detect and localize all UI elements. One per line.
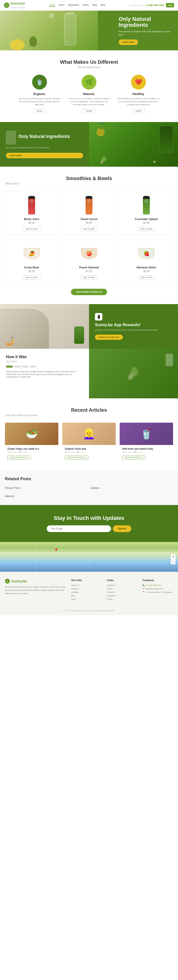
footer: w SunnyJar Striving to bring you the bes… bbox=[0, 572, 178, 616]
article-fresh-likes: ❤ 1 bbox=[139, 451, 142, 453]
nav-right: Get Direction to +1 646 448 7978 Cart bbox=[129, 3, 174, 8]
phone-number[interactable]: +1 646 448 7978 bbox=[145, 4, 164, 7]
product-cucumber-splash: Cucumber Splash $4.99 ADD TO CART bbox=[120, 191, 173, 235]
fruity-add-to-cart-button[interactable]: ADD TO CART bbox=[23, 275, 40, 280]
footer-twitter-link[interactable]: Twitter bbox=[107, 588, 137, 590]
related-masonry[interactable]: Masonry bbox=[5, 493, 88, 499]
footer-instagram-link[interactable]: Instagram bbox=[107, 595, 137, 597]
nav-links: Home About Experience Drinks Blog Shop bbox=[49, 4, 105, 7]
footer-address-text: 720 Sunrise Ave, Los Angeles bbox=[146, 591, 172, 593]
beety-add-to-cart-button[interactable]: ADD TO CART bbox=[23, 227, 40, 231]
map-road-4 bbox=[89, 542, 89, 572]
beety-price: $5.99 bbox=[8, 221, 55, 224]
nav-experience[interactable]: Experience bbox=[68, 4, 79, 7]
footer-updates-link[interactable]: Updates bbox=[71, 591, 102, 593]
green-banner-cta-button[interactable]: SHOP NOW bbox=[6, 153, 83, 158]
footer-main: w SunnyJar Striving to bring you the bes… bbox=[5, 579, 173, 601]
green-banner-content: Only Natural Ingredients We Use Best Qua… bbox=[0, 122, 89, 167]
footer-logo: w SunnyJar bbox=[5, 579, 66, 584]
how-title: How It Was bbox=[6, 355, 83, 359]
timeline-dot-3[interactable] bbox=[22, 366, 29, 368]
app-icon-row: 📱 bbox=[95, 313, 172, 320]
footer-about-us-link[interactable]: About Us bbox=[71, 584, 102, 586]
footer-facebook-link[interactable]: Facebook bbox=[107, 584, 137, 586]
products-subtitle: What's New? bbox=[5, 182, 173, 185]
article-organic-date: May 1, 2017 bbox=[65, 451, 74, 453]
pineapple-icon: 🍍 bbox=[91, 122, 111, 138]
footer-vimeo-link[interactable]: Vimeo bbox=[107, 598, 137, 600]
map-zoom-out-button[interactable]: − bbox=[171, 559, 175, 564]
related-cobbies[interactable]: Cobbies bbox=[90, 485, 173, 491]
newsletter-email-input[interactable] bbox=[47, 525, 111, 532]
nav-home[interactable]: Home bbox=[49, 4, 55, 7]
app-photo: 🤳 bbox=[0, 304, 89, 349]
hero-background bbox=[0, 11, 98, 50]
footer-faqs-link[interactable]: FAQs bbox=[71, 598, 102, 600]
footer-pinterest-link[interactable]: Pinterest bbox=[107, 591, 137, 593]
view-more-button[interactable]: VIEW MORE PRODUCTS bbox=[71, 289, 107, 295]
bubble-decor bbox=[49, 13, 54, 18]
footer-logo-text: SunnyJar bbox=[11, 579, 27, 583]
related-privacy-policy[interactable]: Privacy Policy bbox=[5, 485, 88, 491]
footer-copyright: © 2017. All rights reserved. SunnyJar. P… bbox=[5, 606, 173, 611]
newsletter-submit-button[interactable]: Submit bbox=[113, 525, 131, 532]
beety-bottle bbox=[28, 196, 35, 215]
healthy-title: Healthy. bbox=[116, 92, 161, 96]
article-organic-comments: 💬 0 bbox=[76, 451, 80, 453]
green-banner-desc: We Use Best Quality Products for Our Smo… bbox=[6, 146, 83, 149]
how-content: How It Was Our History Juice smoothies i… bbox=[0, 349, 89, 398]
articles-grid: 🥗 Ginger helps you make it a May 1, 2017… bbox=[5, 423, 173, 462]
article-fresh-title: Add fresh and sweet fruity bbox=[122, 447, 170, 450]
article-organic-read-more-button[interactable]: READ MORE ARTICLE bbox=[65, 456, 88, 459]
nav-about[interactable]: About bbox=[58, 4, 65, 7]
nav-shop[interactable]: Shop bbox=[100, 4, 105, 7]
green-banner-image: 🍍 🥬 w bbox=[89, 122, 178, 167]
green-jar-icon bbox=[159, 126, 173, 153]
hero-cta-button[interactable]: SHOP NOW bbox=[119, 40, 138, 45]
nav-drinks[interactable]: Drinks bbox=[83, 4, 89, 7]
footer-contacts-title: Contacts bbox=[142, 579, 173, 582]
timeline-dot-1[interactable] bbox=[6, 366, 13, 368]
timeline-dot-2[interactable] bbox=[14, 366, 21, 368]
map-background: 📍 + − bbox=[0, 542, 178, 572]
rainbow-bowl-icon: 🍓 bbox=[143, 251, 150, 256]
peach-bowl-icon: 🍑 bbox=[86, 251, 92, 256]
related-section: Related Posts Privacy Policy Cobbies Mas… bbox=[0, 471, 178, 505]
product-peach-oatmeal: 🍑 Peach Oatmeal $7.99 ADD TO CART bbox=[62, 239, 116, 284]
healthy-more-button[interactable]: MORE bbox=[132, 109, 145, 113]
jar-lid bbox=[66, 12, 74, 14]
footer-blog-link[interactable]: Blog bbox=[71, 595, 102, 597]
footer-logo-w: w bbox=[7, 580, 8, 582]
watermark-text: w bbox=[154, 161, 155, 163]
article-ginger-content: Ginger helps you make it a May 1, 2017 💬… bbox=[5, 445, 58, 462]
green-banner-section: Only Natural Ingredients We Use Best Qua… bbox=[0, 122, 178, 167]
organic-title: Organic. bbox=[17, 92, 62, 96]
product-carrot-image bbox=[66, 195, 112, 215]
natural-more-button[interactable]: MORE bbox=[83, 109, 95, 113]
peach-add-to-cart-button[interactable]: ADD TO CART bbox=[80, 275, 98, 280]
product-beety-image bbox=[8, 195, 55, 215]
cucumber-add-to-cart-button[interactable]: ADD TO CART bbox=[138, 227, 155, 231]
articles-title: Recent Articles bbox=[5, 407, 173, 413]
related-title: Related Posts bbox=[5, 477, 173, 481]
how-text: Juice smoothies include large servings o… bbox=[6, 371, 83, 379]
organic-more-button[interactable]: MORE bbox=[33, 109, 46, 113]
timeline-dot-4[interactable] bbox=[30, 366, 36, 368]
footer-our-info-title: Our Info bbox=[71, 579, 102, 582]
natural-icon-symbol: 🌿 bbox=[85, 79, 93, 86]
article-ginger-read-more-button[interactable]: READ MORE ARTICLE bbox=[8, 456, 31, 459]
logo: w SunnyJar Organic Smoothies bbox=[4, 2, 25, 9]
carrot-add-to-cart-button[interactable]: ADD TO CART bbox=[80, 227, 98, 231]
article-fresh-read-more-button[interactable]: READ MORE ARTICLE bbox=[122, 456, 146, 459]
related-grid: Privacy Policy Cobbies Masonry bbox=[5, 485, 173, 499]
map-zoom-in-button[interactable]: + bbox=[171, 554, 175, 559]
bottle-label bbox=[87, 199, 91, 204]
newsletter-title: Stay In Touch with Updates bbox=[5, 515, 173, 521]
nav-blog[interactable]: Blog bbox=[92, 4, 97, 7]
get-direction-text: Get Direction to bbox=[129, 4, 143, 6]
cart-button[interactable]: Cart bbox=[166, 3, 174, 8]
footer-contacts-column: Contacts 📞 +1 646-448-7978 ✉ hello@sunny… bbox=[142, 579, 173, 601]
download-app-button[interactable]: DOWNLOAD THE APP bbox=[95, 335, 123, 340]
footer-projects-link[interactable]: Projects bbox=[71, 588, 102, 590]
rainbow-add-to-cart-button[interactable]: ADD TO CART bbox=[138, 275, 155, 280]
